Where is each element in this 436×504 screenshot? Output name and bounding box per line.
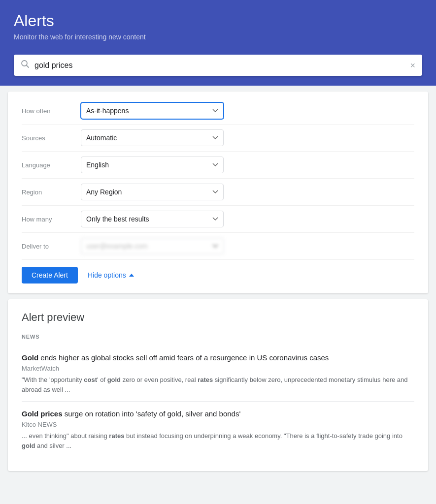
hide-options-button[interactable]: Hide options: [88, 271, 134, 279]
news-item-2: Gold prices surge on rotation into 'safe…: [22, 402, 414, 457]
search-bar: ×: [14, 55, 422, 76]
language-label: Language: [22, 161, 81, 169]
language-row: Language English Spanish French: [22, 152, 414, 179]
how-many-row: How many Only the best results All resul…: [22, 206, 414, 233]
news-headline-2: Gold prices surge on rotation into 'safe…: [22, 409, 414, 419]
close-icon[interactable]: ×: [410, 61, 415, 70]
preview-panel: Alert preview NEWS Gold ends higher as g…: [8, 299, 428, 471]
preview-category: NEWS: [22, 334, 414, 340]
region-select[interactable]: Any Region United States United Kingdom: [81, 184, 224, 200]
actions-row: Create Alert Hide options: [22, 267, 414, 284]
deliver-to-select[interactable]: user@example.com: [81, 238, 224, 254]
hide-options-label: Hide options: [88, 271, 126, 279]
search-icon: [21, 60, 30, 71]
how-often-label: How often: [22, 107, 81, 115]
search-input[interactable]: [34, 61, 410, 70]
sources-select[interactable]: Automatic News Blogs Web: [81, 129, 224, 146]
deliver-to-row: Deliver to user@example.com: [22, 233, 414, 260]
page-subtitle: Monitor the web for interesting new cont…: [14, 33, 422, 41]
svg-line-1: [27, 65, 29, 68]
how-many-select[interactable]: Only the best results All results: [81, 211, 224, 227]
deliver-to-label: Deliver to: [22, 243, 81, 250]
region-row: Region Any Region United States United K…: [22, 179, 414, 206]
sources-row: Sources Automatic News Blogs Web: [22, 125, 414, 152]
language-select[interactable]: English Spanish French: [81, 157, 224, 173]
news-snippet-1: "With the 'opportunity cost' of gold zer…: [22, 375, 414, 394]
chevron-up-icon: [129, 274, 134, 277]
header: Alerts Monitor the web for interesting n…: [0, 0, 436, 55]
how-many-label: How many: [22, 216, 81, 223]
news-item-1: Gold ends higher as global stocks sell o…: [22, 346, 414, 402]
region-label: Region: [22, 189, 81, 196]
create-alert-button[interactable]: Create Alert: [22, 267, 78, 284]
news-snippet-2: ... even thinking" about raising rates b…: [22, 431, 414, 450]
page-title: Alerts: [14, 12, 422, 30]
news-source-1: MarketWatch: [22, 365, 414, 372]
preview-title: Alert preview: [22, 311, 414, 324]
news-headline-1: Gold ends higher as global stocks sell o…: [22, 352, 414, 363]
options-panel: How often As-it-happens At most once a d…: [8, 92, 428, 293]
how-often-select[interactable]: As-it-happens At most once a day At most…: [81, 102, 224, 119]
how-often-row: How often As-it-happens At most once a d…: [22, 97, 414, 125]
search-bar-container: ×: [0, 55, 436, 86]
news-source-2: Kitco NEWS: [22, 421, 414, 428]
sources-label: Sources: [22, 134, 81, 142]
